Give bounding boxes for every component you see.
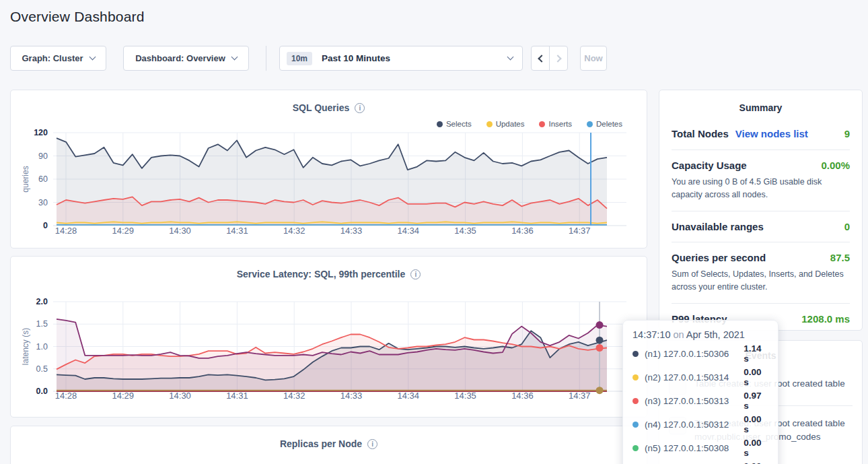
svg-text:14:37: 14:37 [569,391,591,401]
svg-text:14:36: 14:36 [511,391,534,401]
svg-text:90: 90 [38,152,48,161]
summary-row-capacity: Capacity Usage 0.00% You are using 0 B o… [672,150,850,201]
replicas-panel: Replicas per Node i [10,426,647,464]
time-step-buttons [531,46,568,71]
tooltip-row: (n3) 127.0.0.1:503130.97 s [632,391,768,411]
sql-queries-title: SQL Queries [293,102,350,113]
svg-text:latency (s): latency (s) [21,328,30,365]
chevron-right-icon [554,55,561,62]
capacity-usage-value: 0.00% [821,160,850,171]
capacity-usage-desc: You are using 0 B of 4.5 GiB usable disk… [672,176,853,201]
tooltip-row: (n4) 127.0.0.1:503120.00 s [632,414,768,434]
series-dot-icon [632,398,639,404]
qps-value: 87.5 [830,252,850,263]
svg-text:1.5: 1.5 [36,319,48,329]
tooltip-node-name: (n1) 127.0.0.1:50306 [645,349,744,359]
tooltip-node-value: 0.00 s [744,414,768,434]
summary-row-unavailable: Unavailable ranges 0 [672,211,850,232]
svg-text:1.0: 1.0 [36,342,48,352]
legend-dot-icon [539,121,545,127]
chevron-down-icon [231,54,238,61]
svg-text:14:36: 14:36 [511,226,534,236]
toolbar-divider [266,46,266,71]
svg-text:2.0: 2.0 [36,297,48,306]
tooltip-node-value: 0.00 s [744,438,768,458]
tooltip-node-value: 0.00 s [744,461,768,464]
p99-latency-value: 1208.0 ms [801,313,850,325]
svg-text:14:37: 14:37 [569,226,591,236]
svg-text:14:34: 14:34 [398,391,420,401]
series-dot-icon [632,445,639,451]
graph-dropdown-label: Graph: Cluster [22,53,83,63]
tooltip-node-value: 1.14 s [744,343,768,364]
svg-text:14:32: 14:32 [283,226,305,236]
svg-text:14:31: 14:31 [226,226,248,236]
page-title: Overview Dashboard [10,9,145,25]
tooltip-timestamp: 14:37:10 on Apr 5th, 2021 [632,329,768,340]
series-dot-icon [632,374,639,380]
svg-text:14:35: 14:35 [454,391,476,401]
prev-time-button[interactable] [532,46,549,70]
svg-text:0.0: 0.0 [36,387,48,396]
tooltip-row: (n6) 127.0.0.1:503100.00 s [632,461,768,464]
chevron-left-icon [538,55,545,62]
now-button[interactable]: Now [580,46,607,71]
view-nodes-list-link[interactable]: View nodes list [735,128,808,139]
info-icon[interactable]: i [410,269,421,279]
chevron-down-icon [89,54,96,61]
info-icon[interactable]: i [367,439,377,449]
sql-queries-panel: SQL Queries i SelectsUpdatesInsertsDelet… [10,90,647,248]
chart-hover-tooltip: 14:37:10 on Apr 5th, 2021 (n1) 127.0.0.1… [622,320,779,464]
latency-chart[interactable]: 14:2814:2914:3014:3114:3214:3314:3414:35… [11,294,648,418]
qps-desc: Sum of Selects, Updates, Inserts, and De… [672,268,853,294]
svg-text:0: 0 [43,221,48,230]
series-dot-icon [632,351,639,357]
series-dot-icon [632,422,639,428]
svg-text:14:32: 14:32 [283,391,305,401]
dashboard-dropdown[interactable]: Dashboard: Overview [123,46,249,71]
time-range-badge: 10m [287,52,312,65]
tooltip-row: (n2) 127.0.0.1:503140.00 s [632,367,768,387]
unavailable-ranges-value: 0 [844,221,850,232]
tooltip-node-value: 0.00 s [744,367,768,387]
tooltip-row: (n5) 127.0.0.1:503080.00 s [632,438,768,458]
time-range-dropdown[interactable]: 10m Past 10 Minutes [279,46,523,71]
latency-title: Service Latency: SQL, 99th percentile [237,269,406,279]
info-icon[interactable]: i [355,103,365,113]
svg-text:120: 120 [34,128,48,137]
svg-text:queries: queries [21,166,30,192]
latency-panel: Service Latency: SQL, 99th percentile i … [10,256,647,418]
tooltip-node-value: 0.97 s [744,391,768,411]
summary-row-total-nodes: Total NodesView nodes list 9 [672,128,850,140]
svg-text:14:28: 14:28 [55,226,77,236]
legend-dot-icon [437,121,443,127]
svg-text:14:34: 14:34 [398,226,420,236]
svg-text:14:35: 14:35 [454,226,476,236]
svg-text:14:33: 14:33 [340,226,363,236]
qps-label: Queries per second [672,252,766,263]
tooltip-node-name: (n2) 127.0.0.1:50314 [645,372,744,383]
total-nodes-value: 9 [844,128,850,139]
svg-text:14:31: 14:31 [226,391,248,401]
svg-text:14:28: 14:28 [55,391,77,401]
svg-text:0.5: 0.5 [36,364,48,374]
svg-text:14:29: 14:29 [112,226,135,236]
svg-text:14:30: 14:30 [169,391,191,401]
graph-dropdown[interactable]: Graph: Cluster [10,46,106,71]
legend-dot-icon [587,121,593,127]
unavailable-ranges-label: Unavailable ranges [672,221,764,232]
summary-panel: Summary Total NodesView nodes list 9 Cap… [659,90,863,331]
tooltip-node-name: (n3) 127.0.0.1:50313 [645,396,744,406]
tooltip-row: (n1) 127.0.0.1:503061.14 s [632,343,768,364]
tooltip-node-name: (n5) 127.0.0.1:50308 [645,443,744,453]
next-time-button[interactable] [549,46,567,70]
summary-row-qps: Queries per second 87.5 Sum of Selects, … [672,242,850,294]
svg-text:14:33: 14:33 [340,391,363,401]
capacity-usage-label: Capacity Usage [672,160,747,171]
legend-dot-icon [486,121,493,127]
svg-text:60: 60 [38,174,48,184]
summary-title: Summary [672,102,850,113]
sql-queries-chart[interactable]: 14:2814:2914:3014:3114:3214:3314:3414:35… [11,127,648,249]
dashboard-dropdown-label: Dashboard: Overview [135,53,225,63]
svg-text:14:29: 14:29 [112,391,135,401]
